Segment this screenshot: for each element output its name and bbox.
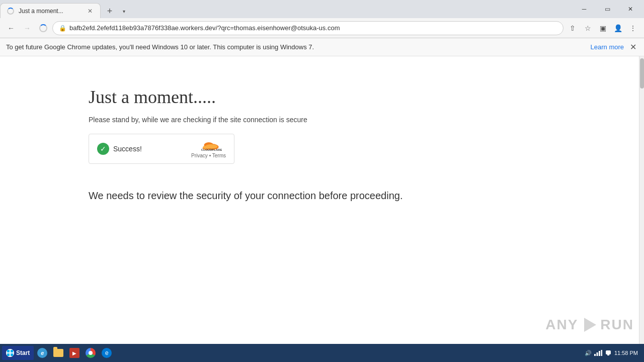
svg-rect-11 <box>594 354 596 356</box>
cf-links: Privacy • Terms <box>191 153 226 158</box>
url-text: bafb2efd.2efefd118eb93a7876f338ae.worker… <box>69 24 557 32</box>
system-tray: 🔊 11:58 PM <box>580 349 642 357</box>
svg-rect-12 <box>596 352 598 356</box>
sidebar-button[interactable]: ▣ <box>596 21 610 35</box>
chrome-icon <box>86 348 96 358</box>
privacy-link[interactable]: Privacy <box>191 153 208 158</box>
cf-success-indicator: ✓ Success! <box>97 143 142 155</box>
bookmark-button[interactable]: ☆ <box>581 21 595 35</box>
toolbar: ← → 🔒 bafb2efd.2efefd118eb93a7876f338ae.… <box>0 18 644 38</box>
profile-button[interactable]: 👤 <box>611 21 625 35</box>
taskbar-ie[interactable]: e <box>35 346 50 360</box>
page-content: Just a moment..... Please stand by, whil… <box>0 56 644 344</box>
success-checkmark-icon: ✓ <box>97 143 109 155</box>
taskbar-media[interactable]: ▶ <box>67 346 82 360</box>
svg-text:CLOUDFLARE: CLOUDFLARE <box>201 148 221 151</box>
tab-close-button[interactable]: ✕ <box>86 7 94 15</box>
address-bar[interactable]: 🔒 bafb2efd.2efefd118eb93a7876f338ae.work… <box>52 21 564 35</box>
page-scrollbar[interactable] <box>639 56 644 344</box>
taskbar: Start e ▶ e 🔊 <box>0 344 644 362</box>
chrome-window: Just a moment... ✕ + ▾ ─ ▭ ✕ ← → 🔒 bafb2… <box>0 0 644 362</box>
minimize-button[interactable]: ─ <box>573 0 596 18</box>
svg-rect-14 <box>601 350 602 356</box>
share-button[interactable]: ⇧ <box>566 21 580 35</box>
svg-rect-15 <box>606 350 611 354</box>
ie-icon: e <box>37 348 47 358</box>
folder-icon <box>53 349 63 357</box>
taskbar-edge[interactable]: e <box>99 346 114 360</box>
tab-favicon <box>7 7 15 15</box>
volume-icon[interactable]: 🔊 <box>584 349 592 357</box>
forward-button[interactable]: → <box>20 21 34 35</box>
svg-rect-10 <box>11 353 13 356</box>
windows-icon <box>6 349 14 357</box>
taskbar-chrome[interactable] <box>83 346 98 360</box>
page-subtext: Please stand by, while we are checking i… <box>89 116 644 124</box>
scrollbar-thumb[interactable] <box>640 58 644 88</box>
new-tab-button[interactable]: + <box>103 4 117 18</box>
infobar-close-button[interactable]: ✕ <box>628 42 638 52</box>
svg-rect-9 <box>7 353 10 356</box>
start-label: Start <box>16 349 30 356</box>
taskbar-folder[interactable] <box>51 346 66 360</box>
tab-strip: Just a moment... ✕ + ▾ <box>0 0 571 18</box>
play-icon <box>580 316 598 334</box>
cloudflare-logo: CLOUDFLARE <box>196 140 222 152</box>
windows-logo-icon <box>7 350 13 356</box>
security-review-text: We needs to review the security of your … <box>89 188 644 203</box>
start-button[interactable]: Start <box>2 346 34 360</box>
menu-button[interactable]: ⋮ <box>626 21 640 35</box>
anyrun-watermark: ANY RUN <box>545 316 634 334</box>
toolbar-actions: ⇧ ☆ ▣ 👤 ⋮ <box>566 21 640 35</box>
tab-list-button[interactable]: ▾ <box>117 4 131 18</box>
svg-rect-7 <box>7 350 10 352</box>
learn-more-link[interactable]: Learn more <box>591 43 624 51</box>
svg-rect-16 <box>607 354 609 355</box>
page-heading: Just a moment..... <box>89 86 644 108</box>
maximize-button[interactable]: ▭ <box>596 0 619 18</box>
edge-icon: e <box>102 348 112 358</box>
close-button[interactable]: ✕ <box>619 0 642 18</box>
page-inner: Just a moment..... Please stand by, whil… <box>0 56 644 344</box>
network-icon[interactable] <box>594 349 602 357</box>
cloudflare-box: ✓ Success! CLOUDFLARE <box>89 134 234 164</box>
system-clock[interactable]: 11:58 PM <box>614 350 638 356</box>
security-icon: 🔒 <box>59 25 66 32</box>
notification-bell-icon <box>605 349 612 356</box>
network-bars-icon <box>594 350 602 356</box>
terms-link[interactable]: Terms <box>212 153 226 158</box>
infobar-message: To get future Google Chrome updates, you… <box>6 43 587 51</box>
cloudflare-brand: CLOUDFLARE Privacy • Terms <box>191 140 226 158</box>
svg-marker-6 <box>584 318 596 332</box>
window-controls: ─ ▭ ✕ <box>571 0 644 18</box>
svg-rect-8 <box>11 350 13 352</box>
title-bar: Just a moment... ✕ + ▾ ─ ▭ ✕ <box>0 0 644 18</box>
svg-rect-13 <box>599 351 600 356</box>
watermark-text: ANY RUN <box>545 316 634 334</box>
notification-icon[interactable] <box>604 349 612 357</box>
chrome-infobar: To get future Google Chrome updates, you… <box>0 38 644 56</box>
reload-button[interactable] <box>36 21 50 35</box>
cf-success-label: Success! <box>113 145 142 153</box>
active-tab[interactable]: Just a moment... ✕ <box>0 3 101 18</box>
tab-title: Just a moment... <box>19 8 82 15</box>
back-button[interactable]: ← <box>4 21 18 35</box>
media-player-icon: ▶ <box>69 348 79 358</box>
